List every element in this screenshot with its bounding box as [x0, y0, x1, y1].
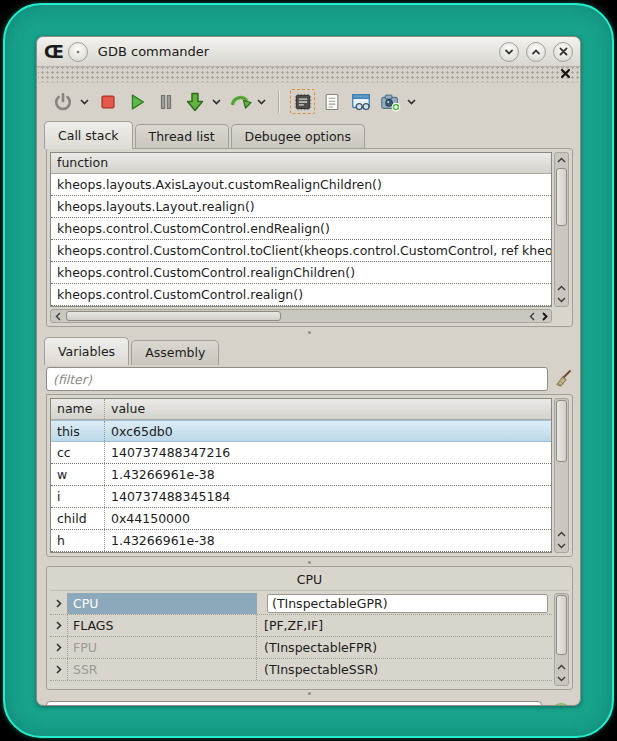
callstack-row[interactable]: kheops.control.CustomControl.toClient(kh…	[51, 240, 551, 262]
tab-debugee-options[interactable]: Debugee options	[231, 124, 366, 149]
expander-icon[interactable]	[50, 665, 67, 674]
close-icon	[560, 68, 571, 79]
scroll-up-icon[interactable]	[555, 153, 568, 166]
cpu-vertical-scrollbar[interactable]	[554, 593, 569, 686]
scrollbar-thumb[interactable]	[66, 311, 281, 321]
scroll-right-icon[interactable]	[538, 310, 551, 323]
power-dropdown[interactable]	[78, 99, 90, 105]
cpu-view-button[interactable]	[289, 88, 316, 115]
tab-thread-list[interactable]: Thread list	[135, 124, 229, 149]
gdb-commander-window: Œ GDB commander	[36, 36, 581, 706]
messages-button[interactable]	[318, 88, 345, 115]
step-over-dropdown[interactable]	[255, 99, 267, 105]
minimize-button[interactable]	[499, 42, 519, 62]
callstack-row[interactable]: kheops.control.CustomControl.realignChil…	[51, 262, 551, 284]
callstack-row[interactable]: kheops.layouts.AxisLayout.customRealignC…	[51, 174, 551, 196]
scroll-down-icon[interactable]	[555, 539, 568, 552]
variables-vertical-scrollbar[interactable]	[554, 398, 569, 553]
step-over-button[interactable]	[226, 88, 253, 115]
column-header-name[interactable]: name	[51, 399, 105, 419]
variable-row[interactable]: cc 140737488347216	[51, 442, 551, 464]
watch-window-button[interactable]	[347, 88, 374, 115]
variable-row[interactable]: i 140737488345184	[51, 486, 551, 508]
chevron-down-icon	[503, 46, 515, 58]
variables-tabbar: Variables Assembly	[37, 336, 580, 364]
chevron-down-icon	[407, 99, 416, 105]
cpu-row[interactable]: SSR (TInspectableSSR)	[50, 659, 552, 681]
step-into-dropdown[interactable]	[210, 99, 222, 105]
snapshot-button[interactable]	[376, 88, 403, 115]
expander-icon[interactable]	[50, 599, 67, 608]
scroll-down-icon[interactable]	[555, 672, 568, 685]
scroll-left-icon[interactable]	[51, 310, 64, 323]
callstack-row[interactable]: kheops.control.CustomControl.endRealign(…	[51, 218, 551, 240]
scrollbar-thumb[interactable]	[556, 400, 567, 462]
scroll-down-icon[interactable]	[555, 293, 568, 306]
variable-row[interactable]: w 1.43266961e-38	[51, 464, 551, 486]
cpu-value-editor[interactable]: (TInspectableGPR)	[267, 594, 548, 613]
run-icon	[126, 91, 148, 113]
snapshot-icon	[379, 91, 401, 113]
doc-list-icon	[322, 92, 342, 112]
cpu-view-icon	[293, 92, 313, 112]
snapshot-dropdown[interactable]	[405, 99, 417, 105]
titlebar[interactable]: Œ GDB commander	[37, 37, 580, 67]
horizontal-splitter[interactable]	[37, 327, 580, 336]
tab-assembly[interactable]: Assembly	[131, 340, 219, 365]
cpu-row[interactable]: FPU (TInspectableFPR)	[50, 637, 552, 659]
spacer	[37, 690, 580, 696]
cpu-inspector-grid: CPU (TInspectableGPR) FLAGS [PF,ZF,IF] F…	[50, 593, 552, 686]
close-button[interactable]	[553, 42, 573, 62]
scrollbar-thumb[interactable]	[556, 595, 567, 655]
chevron-up-icon	[530, 46, 542, 58]
send-command-button[interactable]	[550, 703, 572, 706]
callstack-vertical-scrollbar[interactable]	[554, 152, 569, 307]
chevron-down-icon	[257, 99, 266, 105]
column-header-value[interactable]: value	[105, 399, 551, 419]
pause-icon	[155, 91, 177, 113]
variables-header: name value	[51, 399, 551, 420]
power-button[interactable]	[49, 88, 76, 115]
broom-icon	[553, 369, 573, 389]
cpu-row[interactable]: FLAGS [PF,ZF,IF]	[50, 615, 552, 637]
pin-button[interactable]	[68, 42, 88, 62]
call-stack-panel: function kheops.layouts.AxisLayout.custo…	[46, 148, 573, 327]
dot-icon	[76, 50, 80, 54]
variable-row-selected[interactable]: this 0xc65db0	[51, 420, 551, 442]
variable-row[interactable]: h 1.43266961e-38	[51, 530, 551, 552]
stack-tabbar: Call stack Thread list Debugee options	[37, 120, 580, 148]
step-into-button[interactable]	[181, 88, 208, 115]
maximize-button[interactable]	[526, 42, 546, 62]
chevron-down-icon	[212, 99, 221, 105]
debug-toolbar	[37, 83, 580, 120]
callstack-row[interactable]: kheops.control.CustomControl.realign()	[51, 284, 551, 306]
callstack-horizontal-scrollbar[interactable]	[50, 309, 552, 323]
dock-close-button[interactable]	[560, 68, 571, 79]
gdb-command-combobox[interactable]	[46, 701, 542, 706]
filter-input[interactable]	[46, 367, 548, 391]
expander-icon[interactable]	[50, 643, 67, 652]
filter-row	[37, 364, 580, 394]
pause-button[interactable]	[152, 88, 179, 115]
clear-filter-button[interactable]	[553, 369, 573, 389]
cpu-row-selected[interactable]: CPU (TInspectableGPR)	[50, 593, 552, 615]
scroll-corner	[554, 309, 569, 323]
variables-panel: name value this 0xc65db0 cc 140737488347…	[46, 394, 573, 557]
tab-variables[interactable]: Variables	[44, 337, 129, 365]
scroll-left-icon[interactable]	[525, 310, 538, 323]
callstack-row[interactable]: kheops.layouts.Layout.realign()	[51, 196, 551, 218]
tab-call-stack[interactable]: Call stack	[44, 121, 133, 149]
watch-window-icon	[350, 91, 372, 113]
step-over-icon	[228, 90, 252, 114]
run-button[interactable]	[123, 88, 150, 115]
scrollbar-thumb[interactable]	[556, 168, 567, 226]
variable-row[interactable]: child 0x44150000	[51, 508, 551, 530]
app-logo-icon: Œ	[44, 42, 62, 62]
callstack-column-header[interactable]: function	[51, 153, 551, 174]
horizontal-splitter[interactable]	[37, 557, 580, 566]
step-into-icon	[183, 90, 207, 114]
dock-drag-strip[interactable]	[38, 67, 579, 83]
cpu-group-title: CPU	[50, 570, 569, 591]
expander-icon[interactable]	[50, 621, 67, 630]
stop-button[interactable]	[94, 88, 121, 115]
